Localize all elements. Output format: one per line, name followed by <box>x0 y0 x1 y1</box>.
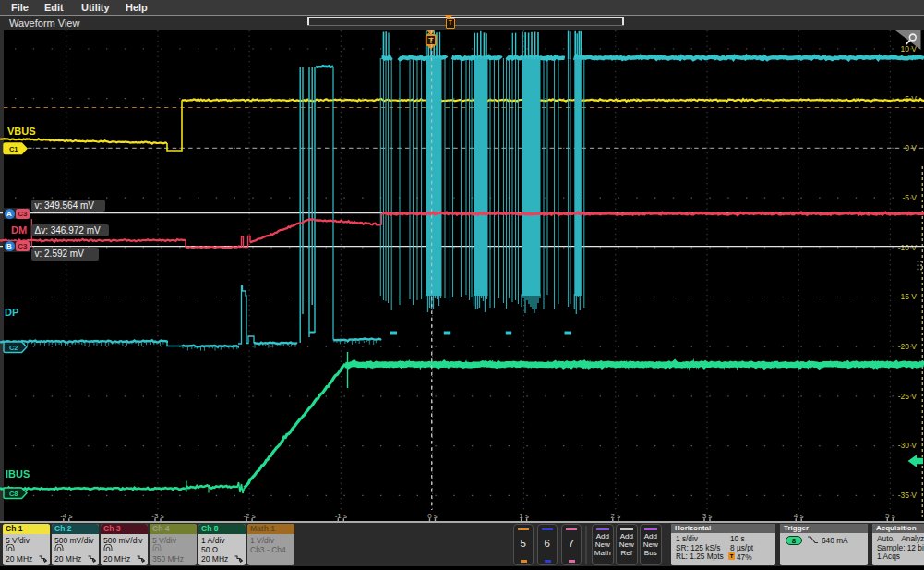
svg-text:-10 V: -10 V <box>898 243 918 252</box>
svg-text:-20 V: -20 V <box>898 342 918 351</box>
svg-text:1 s: 1 s <box>519 512 529 520</box>
svg-text:5 s: 5 s <box>885 512 895 520</box>
svg-text:-25 V: -25 V <box>898 392 918 401</box>
svg-text:-1 s: -1 s <box>335 512 347 520</box>
svg-text:5 V: 5 V <box>905 94 917 103</box>
svg-text:2 s: 2 s <box>610 512 620 520</box>
svg-text:C8: C8 <box>9 489 18 497</box>
svg-text:-4 s: -4 s <box>60 512 72 520</box>
svg-text:3 s: 3 s <box>702 512 713 520</box>
svg-text:-3 s: -3 s <box>151 512 163 520</box>
svg-text:4 s: 4 s <box>794 512 804 520</box>
svg-text:-2 s: -2 s <box>243 512 255 520</box>
svg-text:10 V: 10 V <box>901 44 918 54</box>
svg-text:-30 V: -30 V <box>898 441 918 450</box>
svg-text:C2: C2 <box>9 343 18 351</box>
svg-text:-5 V: -5 V <box>902 193 917 202</box>
svg-text:-15 V: -15 V <box>898 292 918 301</box>
svg-text:-35 V: -35 V <box>898 491 918 500</box>
svg-text:0 s: 0 s <box>427 512 438 520</box>
svg-text:C1: C1 <box>9 144 18 152</box>
